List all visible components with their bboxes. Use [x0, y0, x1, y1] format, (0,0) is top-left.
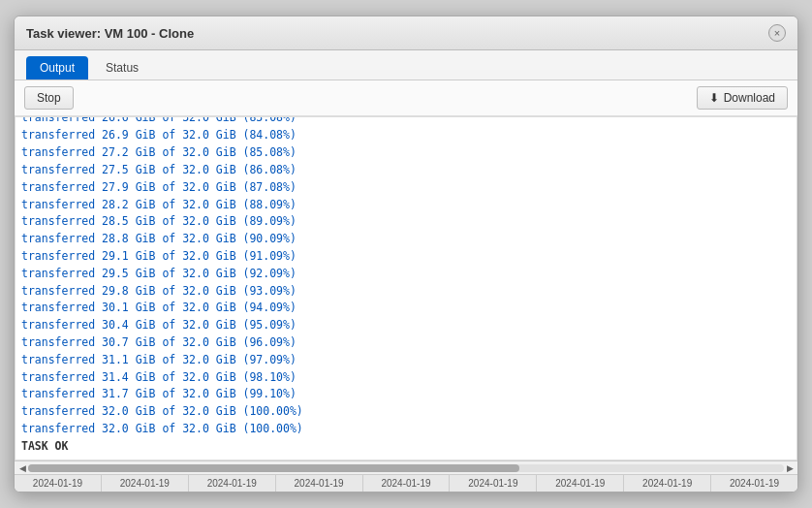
toolbar: Stop ⬇ Download [15, 80, 797, 116]
titlebar: Task viewer: VM 100 - Clone × [15, 16, 797, 50]
output-line: transferred 28.5 GiB of 32.0 GiB (89.09%… [21, 213, 791, 231]
output-line: transferred 27.9 GiB of 32.0 GiB (87.08%… [21, 179, 791, 197]
output-line: transferred 31.1 GiB of 32.0 GiB (97.09%… [21, 352, 791, 369]
close-button[interactable]: × [768, 24, 786, 42]
tab-status[interactable]: Status [92, 56, 152, 79]
stop-button[interactable]: Stop [24, 86, 74, 110]
download-label: Download [724, 91, 775, 105]
output-line: transferred 32.0 GiB of 32.0 GiB (100.00… [21, 421, 791, 438]
bottom-date-item: 2024-01-19 [276, 475, 363, 492]
bottom-date-item: 2024-01-19 [15, 475, 102, 492]
output-line: transferred 30.7 GiB of 32.0 GiB (96.09%… [21, 334, 791, 352]
bottom-date-item: 2024-01-19 [189, 475, 276, 492]
output-line: transferred 29.8 GiB of 32.0 GiB (93.09%… [21, 283, 791, 301]
tab-output[interactable]: Output [26, 56, 88, 79]
dialog-title: Task viewer: VM 100 - Clone [26, 26, 194, 41]
download-icon: ⬇ [709, 91, 719, 105]
scroll-track[interactable] [28, 464, 784, 472]
horizontal-scrollbar[interactable]: ◀ ▶ [15, 460, 797, 474]
tabs-bar: Output Status [15, 50, 797, 80]
bottom-date-item: 2024-01-19 [450, 475, 537, 492]
output-line: transferred 31.4 GiB of 32.0 GiB (98.10%… [21, 369, 791, 387]
output-line: transferred 26.6 GiB of 32.0 GiB (83.08%… [21, 116, 791, 127]
bottom-date-item: 2024-01-19 [363, 475, 451, 492]
output-line: TASK OK [21, 438, 791, 456]
output-area[interactable]: transferred 25.6 GiB of 32.0 GiB (80.08%… [15, 116, 797, 460]
scroll-right-arrow[interactable]: ▶ [784, 463, 796, 473]
bottom-date-bar: 2024-01-192024-01-192024-01-192024-01-19… [15, 474, 797, 492]
output-line: transferred 31.7 GiB of 32.0 GiB (99.10%… [21, 386, 791, 403]
output-line: transferred 30.4 GiB of 32.0 GiB (95.09%… [21, 317, 791, 334]
scroll-left-arrow[interactable]: ◀ [16, 463, 28, 473]
output-line: transferred 32.0 GiB of 32.0 GiB (100.00… [21, 403, 791, 421]
bottom-date-item: 2024-01-19 [624, 475, 711, 492]
output-line: transferred 30.1 GiB of 32.0 GiB (94.09%… [21, 300, 791, 317]
bottom-date-item: 2024-01-19 [711, 475, 797, 492]
bottom-date-item: 2024-01-19 [102, 475, 189, 492]
close-icon: × [774, 27, 780, 39]
output-line: transferred 27.2 GiB of 32.0 GiB (85.08%… [21, 144, 791, 162]
dialog: Task viewer: VM 100 - Clone × Output Sta… [14, 16, 798, 492]
output-line: transferred 27.5 GiB of 32.0 GiB (86.08%… [21, 162, 791, 179]
output-line: transferred 28.8 GiB of 32.0 GiB (90.09%… [21, 231, 791, 248]
bottom-date-item: 2024-01-19 [537, 475, 624, 492]
download-button[interactable]: ⬇ Download [697, 86, 788, 110]
output-line: transferred 26.9 GiB of 32.0 GiB (84.08%… [21, 127, 791, 144]
scroll-thumb[interactable] [28, 464, 519, 472]
output-line: transferred 28.2 GiB of 32.0 GiB (88.09%… [21, 197, 791, 214]
output-line: transferred 29.5 GiB of 32.0 GiB (92.09%… [21, 266, 791, 283]
output-line: transferred 29.1 GiB of 32.0 GiB (91.09%… [21, 248, 791, 266]
